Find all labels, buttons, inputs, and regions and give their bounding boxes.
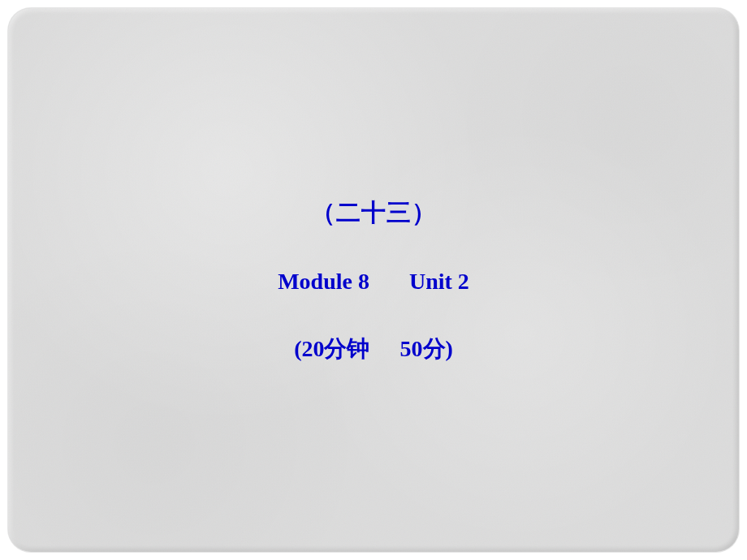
- unit-label: Unit 2: [409, 269, 469, 294]
- lesson-number: （二十三）: [278, 196, 469, 230]
- duration-label: (20分钟: [294, 336, 369, 361]
- score-label: 50分): [400, 336, 453, 361]
- slide-content: （二十三） Module 8 Unit 2 (20分钟 50分): [278, 196, 469, 364]
- slide-container: （二十三） Module 8 Unit 2 (20分钟 50分): [8, 8, 739, 552]
- module-unit-line: Module 8 Unit 2: [278, 269, 469, 295]
- module-label: Module 8: [278, 269, 369, 294]
- duration-score-line: (20分钟 50分): [278, 334, 469, 364]
